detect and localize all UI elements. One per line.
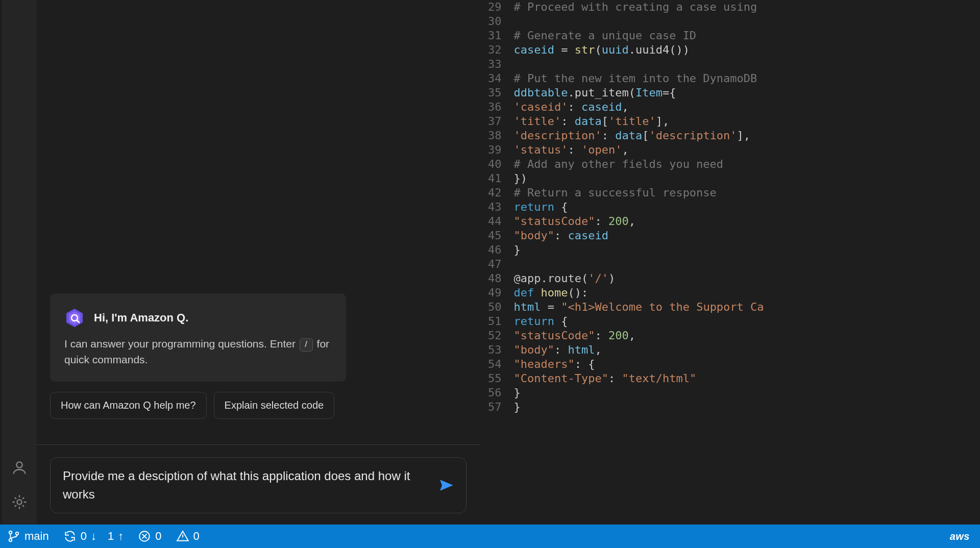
warning-icon xyxy=(176,530,189,543)
gear-icon[interactable] xyxy=(2,485,37,519)
status-bar: main 0↓ 1↑ 0 0 aws xyxy=(0,525,980,548)
amazon-q-logo-icon xyxy=(64,308,85,328)
svg-point-6 xyxy=(16,532,18,535)
error-count: 0 xyxy=(155,530,161,543)
arrow-down-icon: ↓ xyxy=(91,530,96,543)
code-content[interactable]: # Proceed with creating a case using # G… xyxy=(514,0,764,525)
sync-up-count: 1 xyxy=(108,530,114,543)
svg-point-1 xyxy=(17,500,21,504)
sync-down-count: 0 xyxy=(81,530,87,543)
error-icon xyxy=(138,530,151,543)
line-numbers: 2930313233343536373839404142434445464748… xyxy=(480,0,514,525)
status-warnings[interactable]: 0 xyxy=(176,530,200,543)
branch-name: main xyxy=(24,530,49,543)
chat-input[interactable]: Provide me a desciption of what this app… xyxy=(63,467,429,504)
arrow-up-icon: ↑ xyxy=(118,530,124,543)
svg-point-4 xyxy=(9,531,12,534)
aws-logo[interactable]: aws xyxy=(950,531,975,542)
intro-text-before: I can answer your programming questions.… xyxy=(64,338,299,350)
activity-bar xyxy=(2,0,37,525)
status-sync[interactable]: 0↓ 1↑ xyxy=(63,530,124,543)
chat-panel: Hi, I'm Amazon Q. I can answer your prog… xyxy=(37,0,480,525)
svg-point-5 xyxy=(9,539,12,541)
svg-point-0 xyxy=(16,462,22,467)
chat-intro-title: Hi, I'm Amazon Q. xyxy=(94,311,188,325)
status-errors[interactable]: 0 xyxy=(138,530,161,543)
status-branch[interactable]: main xyxy=(7,530,49,543)
sync-icon xyxy=(63,530,77,543)
suggestion-explain-button[interactable]: Explain selected code xyxy=(214,392,335,419)
suggestion-help-button[interactable]: How can Amazon Q help me? xyxy=(50,392,207,419)
warning-count: 0 xyxy=(193,530,200,543)
git-branch-icon xyxy=(7,530,20,543)
chat-intro-card: Hi, I'm Amazon Q. I can answer your prog… xyxy=(50,293,346,382)
send-icon[interactable] xyxy=(438,478,454,493)
chat-suggestions: How can Amazon Q help me? Explain select… xyxy=(50,392,467,419)
chat-intro-body: I can answer your programming questions.… xyxy=(64,336,332,367)
chat-input-box[interactable]: Provide me a desciption of what this app… xyxy=(50,457,467,513)
accounts-icon[interactable] xyxy=(2,450,37,485)
slash-key-icon: / xyxy=(300,338,313,352)
code-editor[interactable]: 2930313233343536373839404142434445464748… xyxy=(480,0,980,525)
chat-divider xyxy=(37,444,480,445)
